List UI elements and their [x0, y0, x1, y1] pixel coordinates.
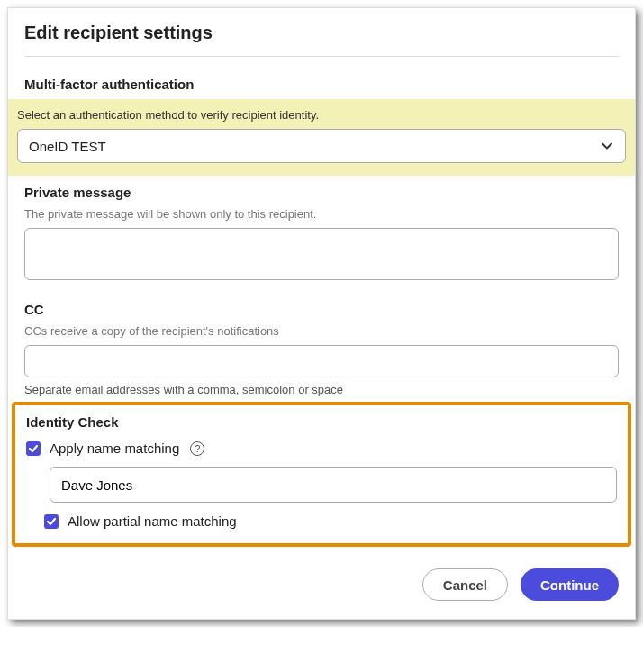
check-icon [46, 516, 57, 527]
cc-heading: CC [24, 302, 619, 317]
mfa-select[interactable]: OneID TEST [17, 129, 626, 163]
check-icon [28, 443, 39, 454]
cc-hint: Separate email addresses with a comma, s… [24, 383, 619, 396]
cc-section: CC CCs receive a copy of the recipient's… [24, 302, 619, 396]
private-message-helper: The private message will be shown only t… [24, 207, 619, 221]
cc-input[interactable] [24, 345, 619, 377]
apply-name-matching-label: Apply name matching [50, 440, 179, 456]
allow-partial-label: Allow partial name matching [68, 513, 237, 529]
mfa-select-value: OneID TEST [29, 139, 600, 154]
mfa-helper: Select an authentication method to verif… [17, 108, 626, 122]
identity-check-section: Identity Check Apply name matching ? All… [12, 402, 631, 547]
dialog-footer: Cancel Continue [24, 568, 619, 601]
continue-button[interactable]: Continue [521, 568, 619, 601]
apply-name-matching-row: Apply name matching ? [26, 440, 617, 456]
apply-name-matching-checkbox[interactable] [26, 441, 41, 456]
private-message-heading: Private message [24, 185, 619, 200]
help-icon[interactable]: ? [190, 441, 204, 456]
divider [24, 56, 619, 57]
private-message-input[interactable] [24, 228, 619, 280]
name-input[interactable] [50, 467, 617, 503]
identity-check-heading: Identity Check [26, 414, 617, 430]
mfa-section: Multi-factor authentication Select an au… [24, 77, 619, 176]
mfa-highlight: Select an authentication method to verif… [8, 99, 635, 176]
mfa-heading: Multi-factor authentication [24, 77, 619, 92]
cancel-button[interactable]: Cancel [422, 568, 508, 601]
recipient-settings-dialog: Edit recipient settings Multi-factor aut… [7, 7, 636, 620]
allow-partial-checkbox[interactable] [44, 514, 59, 529]
dialog-title: Edit recipient settings [24, 23, 619, 43]
private-message-section: Private message The private message will… [24, 185, 619, 296]
chevron-down-icon [600, 139, 614, 153]
allow-partial-row: Allow partial name matching [44, 513, 617, 529]
name-input-wrap [50, 467, 617, 503]
cc-helper: CCs receive a copy of the recipient's no… [24, 324, 619, 338]
